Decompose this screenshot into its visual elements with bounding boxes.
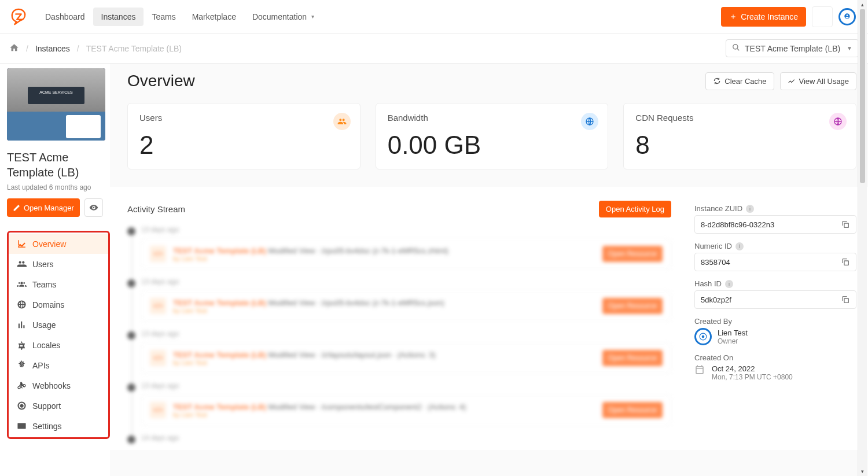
numeric-label: Numeric IDi bbox=[694, 242, 856, 250]
nav-documentation[interactable]: Documentation▾ bbox=[244, 8, 322, 26]
top-nav: Dashboard Instances Teams Marketplace Do… bbox=[0, 0, 868, 34]
created-on-time: Mon, 7:13 PM UTC +0800 bbox=[712, 373, 793, 381]
stats-row: Users 2 Bandwidth 0.00 GB CDN Requests 8 bbox=[127, 103, 856, 169]
breadcrumb-bar: / Instances / TEST Acme Template (LB) TE… bbox=[0, 34, 868, 64]
activity-timeline: 13 days ago</>TEST Acme Template (LB) Mo… bbox=[127, 226, 671, 442]
chart-line-icon bbox=[17, 239, 27, 249]
info-icon[interactable]: i bbox=[725, 280, 733, 288]
clear-cache-button[interactable]: Clear Cache bbox=[705, 72, 774, 90]
sidebar-item-teams[interactable]: Teams bbox=[9, 274, 108, 294]
created-by-role: Owner bbox=[718, 337, 748, 345]
theme-toggle[interactable] bbox=[812, 6, 833, 27]
svg-rect-6 bbox=[844, 223, 848, 227]
numeric-value: 8358704 bbox=[694, 253, 856, 271]
hash-label: Hash IDi bbox=[694, 279, 856, 288]
info-icon[interactable]: i bbox=[735, 242, 744, 250]
api-icon bbox=[17, 360, 27, 370]
stat-bandwidth: Bandwidth 0.00 GB bbox=[376, 103, 609, 169]
support-icon bbox=[17, 401, 27, 411]
refresh-icon bbox=[713, 77, 721, 85]
activity-stream: Activity Stream Open Activity Log 13 day… bbox=[127, 201, 671, 450]
avatar bbox=[694, 328, 712, 345]
bars-icon bbox=[17, 320, 27, 330]
nav-items: Dashboard Instances Teams Marketplace Do… bbox=[37, 8, 322, 26]
copy-icon[interactable] bbox=[841, 257, 850, 267]
search-icon bbox=[732, 43, 740, 53]
create-instance-button[interactable]: ＋ Create Instance bbox=[721, 7, 806, 27]
eye-icon bbox=[89, 203, 98, 212]
sidebar-item-usage[interactable]: Usage bbox=[9, 315, 108, 335]
logo[interactable] bbox=[7, 5, 30, 28]
svg-rect-8 bbox=[844, 298, 848, 302]
page-scrollbar[interactable]: ▴ ▾ bbox=[858, 0, 867, 476]
users-icon bbox=[17, 259, 27, 269]
language-icon bbox=[17, 340, 27, 350]
users-icon bbox=[333, 113, 351, 130]
nav-teams[interactable]: Teams bbox=[144, 8, 183, 26]
zuid-value: 8-d2d8bf8c96-0322n3 bbox=[694, 215, 856, 234]
globe-icon bbox=[829, 113, 847, 130]
instance-meta: Instance ZUIDi 8-d2d8bf8c96-0322n3 Numer… bbox=[694, 201, 856, 450]
preview-button[interactable] bbox=[84, 198, 103, 217]
created-by-name: Lien Test bbox=[718, 329, 748, 337]
scroll-down-arrow[interactable]: ▾ bbox=[858, 467, 867, 476]
breadcrumb: / Instances / TEST Acme Template (LB) bbox=[9, 43, 182, 54]
copy-icon[interactable] bbox=[841, 295, 850, 304]
calendar-icon bbox=[694, 364, 705, 377]
card-icon bbox=[17, 421, 27, 431]
created-on-label: Created On bbox=[694, 353, 856, 362]
open-manager-button[interactable]: Open Manager bbox=[7, 198, 80, 217]
sidebar-item-settings[interactable]: Settings bbox=[9, 416, 108, 436]
instance-last-updated: Last updated 6 months ago bbox=[7, 183, 110, 191]
stat-cdn: CDN Requests 8 bbox=[623, 103, 856, 169]
scrollbar-thumb[interactable] bbox=[860, 9, 865, 183]
svg-point-10 bbox=[702, 335, 705, 338]
created-on-date: Oct 24, 2022 bbox=[712, 364, 793, 373]
sidebar-item-apis[interactable]: APIs bbox=[9, 355, 108, 375]
sidebar-item-overview[interactable]: Overview bbox=[9, 234, 108, 254]
sidebar-item-users[interactable]: Users bbox=[9, 254, 108, 274]
sidebar-item-webhooks[interactable]: Webhooks bbox=[9, 375, 108, 396]
view-all-usage-button[interactable]: View All Usage bbox=[780, 72, 856, 90]
plus-icon: ＋ bbox=[729, 12, 737, 22]
content-area: Overview Clear Cache View All Usage User… bbox=[110, 64, 868, 476]
zuid-label: Instance ZUIDi bbox=[694, 204, 856, 213]
home-icon[interactable] bbox=[9, 43, 19, 54]
svg-rect-7 bbox=[844, 261, 848, 265]
svg-point-1 bbox=[733, 45, 738, 49]
sidebar: ACME SERVICES TEST Acme Template (LB) La… bbox=[0, 64, 110, 476]
svg-point-3 bbox=[21, 364, 23, 366]
teams-icon bbox=[17, 279, 27, 289]
webhook-icon bbox=[17, 381, 27, 390]
crumb-instances[interactable]: Instances bbox=[35, 44, 70, 53]
nav-dashboard[interactable]: Dashboard bbox=[37, 8, 93, 26]
instance-search-dropdown[interactable]: TEST Acme Template (LB) ▼ bbox=[726, 39, 859, 57]
info-icon[interactable]: i bbox=[746, 205, 754, 213]
instance-title: TEST Acme Template (LB) bbox=[7, 150, 110, 180]
pencil-icon bbox=[13, 204, 20, 212]
nav-marketplace[interactable]: Marketplace bbox=[184, 8, 244, 26]
nav-instances[interactable]: Instances bbox=[93, 8, 144, 26]
copy-icon[interactable] bbox=[841, 220, 850, 229]
svg-line-2 bbox=[737, 49, 740, 51]
sidebar-item-domains[interactable]: Domains bbox=[9, 294, 108, 315]
sidebar-item-support[interactable]: Support bbox=[9, 396, 108, 416]
chevron-down-icon: ▼ bbox=[847, 45, 852, 51]
activity-title: Activity Stream bbox=[127, 204, 185, 214]
chart-icon bbox=[788, 77, 796, 85]
scroll-up-arrow[interactable]: ▴ bbox=[858, 0, 867, 9]
stat-users: Users 2 bbox=[127, 103, 361, 169]
globe-icon bbox=[17, 300, 27, 309]
sidebar-item-locales[interactable]: Locales bbox=[9, 335, 108, 355]
created-by-label: Created By bbox=[694, 317, 856, 326]
sidebar-menu: Overview Users Teams Domains Usage Local… bbox=[7, 231, 110, 439]
hash-value: 5dk0zp2f bbox=[694, 290, 856, 309]
main-layout: ACME SERVICES TEST Acme Template (LB) La… bbox=[0, 64, 868, 476]
page-title: Overview bbox=[127, 72, 195, 90]
open-activity-log-button[interactable]: Open Activity Log bbox=[599, 201, 671, 217]
globe-icon bbox=[581, 113, 598, 130]
instance-preview-thumbnail[interactable]: ACME SERVICES bbox=[7, 68, 105, 141]
chevron-down-icon: ▾ bbox=[311, 13, 314, 20]
crumb-current: TEST Acme Template (LB) bbox=[86, 44, 182, 53]
user-menu[interactable] bbox=[838, 8, 856, 25]
